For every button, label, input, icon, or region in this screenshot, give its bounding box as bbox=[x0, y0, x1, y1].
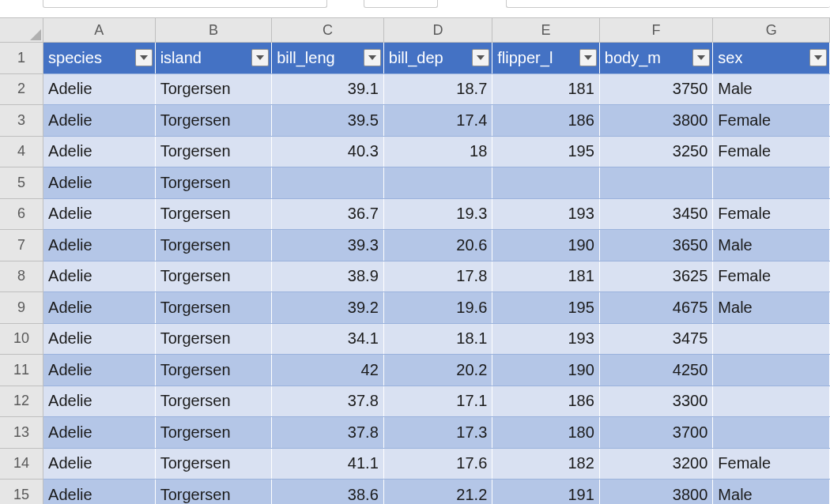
column-header-G[interactable]: G bbox=[713, 18, 830, 43]
row-header[interactable]: 5 bbox=[0, 167, 43, 199]
column-header-D[interactable]: D bbox=[383, 18, 492, 43]
filter-dropdown-icon[interactable] bbox=[251, 49, 269, 66]
cell[interactable]: Adelie bbox=[43, 261, 156, 292]
cell[interactable]: 195 bbox=[492, 136, 599, 167]
cell[interactable]: 20.2 bbox=[383, 355, 492, 386]
cell[interactable]: 21.2 bbox=[383, 480, 492, 505]
cell[interactable]: Male bbox=[713, 292, 830, 324]
cell[interactable]: 182 bbox=[492, 448, 599, 480]
row-header[interactable]: 11 bbox=[0, 355, 43, 386]
cell[interactable]: 190 bbox=[492, 355, 599, 386]
cell[interactable]: Torgersen bbox=[155, 73, 272, 105]
table-header-cell[interactable]: body_m bbox=[599, 43, 713, 74]
cell[interactable]: Adelie bbox=[43, 105, 156, 137]
cell[interactable]: 3475 bbox=[599, 323, 713, 355]
name-box-fragment[interactable] bbox=[43, 0, 327, 8]
cell[interactable] bbox=[713, 417, 830, 449]
cell[interactable]: Torgersen bbox=[155, 261, 272, 292]
cell[interactable]: 4675 bbox=[599, 292, 713, 324]
cell[interactable]: 186 bbox=[492, 105, 599, 137]
cell[interactable]: 3625 bbox=[599, 261, 713, 292]
table-header-cell[interactable]: flipper_l bbox=[492, 43, 599, 74]
cell[interactable]: 39.2 bbox=[272, 292, 384, 324]
cell[interactable]: Torgersen bbox=[155, 480, 272, 505]
cell[interactable]: Torgersen bbox=[155, 167, 272, 199]
cell[interactable]: 3300 bbox=[599, 386, 713, 417]
cell[interactable]: 19.6 bbox=[383, 292, 492, 324]
cell[interactable]: Adelie bbox=[43, 73, 156, 105]
table-header-cell[interactable]: bill_dep bbox=[383, 43, 492, 74]
cell[interactable]: Female bbox=[713, 448, 830, 480]
column-header-A[interactable]: A bbox=[43, 18, 156, 43]
cell[interactable]: 39.5 bbox=[272, 105, 384, 137]
cell[interactable]: 181 bbox=[492, 73, 599, 105]
cell[interactable]: Torgersen bbox=[155, 417, 272, 449]
table-header-cell[interactable]: sex bbox=[713, 43, 830, 74]
cell[interactable]: 38.6 bbox=[272, 480, 384, 505]
row-header[interactable]: 2 bbox=[0, 73, 43, 105]
fx-button-fragment[interactable] bbox=[364, 0, 438, 8]
cell[interactable]: Adelie bbox=[43, 323, 156, 355]
cell[interactable]: Adelie bbox=[43, 480, 156, 505]
cell[interactable]: Adelie bbox=[43, 417, 156, 449]
cell[interactable]: Torgersen bbox=[155, 448, 272, 480]
cell[interactable]: 18 bbox=[383, 136, 492, 167]
cell[interactable]: Torgersen bbox=[155, 230, 272, 261]
filter-dropdown-icon[interactable] bbox=[579, 49, 597, 66]
filter-dropdown-icon[interactable] bbox=[135, 49, 153, 66]
cell[interactable]: Torgersen bbox=[155, 105, 272, 137]
cell[interactable]: Adelie bbox=[43, 136, 156, 167]
filter-dropdown-icon[interactable] bbox=[472, 49, 489, 66]
cell[interactable]: Torgersen bbox=[155, 292, 272, 324]
cell[interactable]: 19.3 bbox=[383, 198, 492, 230]
cell[interactable] bbox=[383, 167, 492, 199]
cell[interactable]: Adelie bbox=[43, 386, 156, 417]
cell[interactable]: 17.1 bbox=[383, 386, 492, 417]
cell[interactable]: Female bbox=[713, 198, 830, 230]
cell[interactable]: Adelie bbox=[43, 198, 156, 230]
cell[interactable]: 40.3 bbox=[272, 136, 384, 167]
row-header[interactable]: 4 bbox=[0, 136, 43, 167]
row-header[interactable]: 1 bbox=[0, 43, 43, 74]
cell[interactable]: 3800 bbox=[599, 480, 713, 505]
cell[interactable]: 3700 bbox=[599, 417, 713, 449]
table-header-cell[interactable]: bill_leng bbox=[272, 43, 384, 74]
cell[interactable]: 3250 bbox=[599, 136, 713, 167]
row-header[interactable]: 8 bbox=[0, 261, 43, 292]
cell[interactable]: Female bbox=[713, 261, 830, 292]
cell[interactable]: 36.7 bbox=[272, 198, 384, 230]
cell[interactable]: Female bbox=[713, 105, 830, 137]
cell[interactable]: 180 bbox=[492, 417, 599, 449]
table-header-cell[interactable]: island bbox=[155, 43, 272, 74]
cell[interactable]: 39.1 bbox=[272, 73, 384, 105]
cell[interactable]: 181 bbox=[492, 261, 599, 292]
cell[interactable]: Torgersen bbox=[155, 323, 272, 355]
cell[interactable]: 17.6 bbox=[383, 448, 492, 480]
cell[interactable] bbox=[713, 323, 830, 355]
cell[interactable]: 18.1 bbox=[383, 323, 492, 355]
cell[interactable]: Torgersen bbox=[155, 198, 272, 230]
formula-bar-fragment[interactable] bbox=[506, 0, 830, 8]
row-header[interactable]: 14 bbox=[0, 448, 43, 480]
row-header[interactable]: 10 bbox=[0, 323, 43, 355]
column-header-F[interactable]: F bbox=[599, 18, 713, 43]
table-header-cell[interactable]: species bbox=[43, 43, 156, 74]
cell[interactable]: Torgersen bbox=[155, 386, 272, 417]
spreadsheet-grid[interactable]: ABCDEFG1speciesislandbill_lengbill_depfl… bbox=[0, 17, 830, 504]
row-header[interactable]: 7 bbox=[0, 230, 43, 261]
cell[interactable]: 38.9 bbox=[272, 261, 384, 292]
column-header-E[interactable]: E bbox=[492, 18, 599, 43]
cell[interactable] bbox=[713, 167, 830, 199]
cell[interactable]: 193 bbox=[492, 198, 599, 230]
column-header-B[interactable]: B bbox=[155, 18, 272, 43]
cell[interactable]: 17.8 bbox=[383, 261, 492, 292]
cell[interactable]: 3450 bbox=[599, 198, 713, 230]
cell[interactable]: 193 bbox=[492, 323, 599, 355]
filter-dropdown-icon[interactable] bbox=[809, 49, 827, 66]
cell[interactable]: 37.8 bbox=[272, 417, 384, 449]
cell[interactable]: Torgersen bbox=[155, 355, 272, 386]
cell[interactable]: Torgersen bbox=[155, 136, 272, 167]
cell[interactable]: 3750 bbox=[599, 73, 713, 105]
cell[interactable] bbox=[492, 167, 599, 199]
column-header-C[interactable]: C bbox=[272, 18, 384, 43]
